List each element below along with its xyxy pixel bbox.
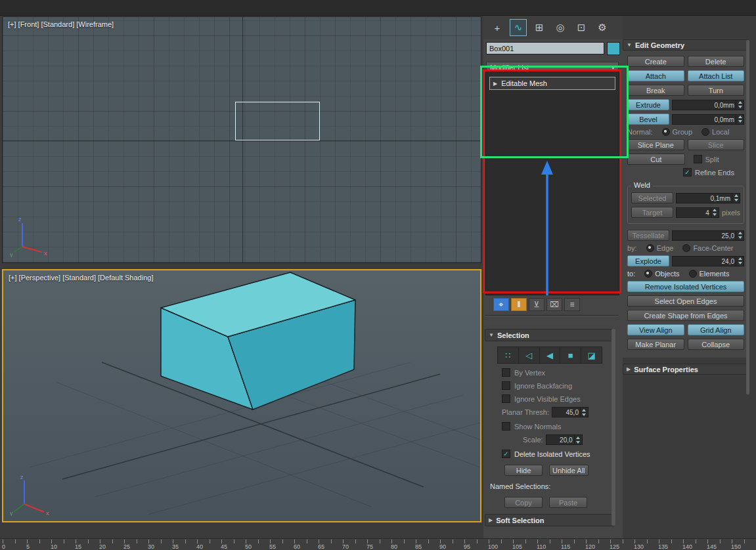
edge-mode-icon[interactable]: ◁	[519, 347, 540, 363]
polygon-mode-icon[interactable]: ■	[560, 347, 581, 363]
ignore-visible-edges-checkbox[interactable]	[502, 394, 510, 403]
extrude-spinner[interactable]: 0,0mm	[672, 100, 744, 110]
track-bar[interactable]: 0 5 10 15 20 25 30 35 40 45 50 55 60 65 …	[0, 538, 756, 550]
motion-tab-icon[interactable]: ◎	[552, 19, 569, 36]
spinner-up-icon[interactable]	[711, 208, 719, 213]
normal-local-radio[interactable]	[701, 128, 709, 136]
spinner-up-icon[interactable]	[736, 257, 744, 261]
object-color-swatch[interactable]	[607, 42, 620, 55]
spinner-down-icon[interactable]	[732, 198, 740, 203]
explode-spinner[interactable]: 24,0	[672, 256, 744, 266]
delete-button[interactable]: Delete	[688, 56, 745, 67]
create-button[interactable]: Create	[627, 56, 684, 67]
attach-button[interactable]: Attach	[627, 70, 684, 81]
by-edge-radio[interactable]	[646, 244, 654, 252]
create-shape-from-edges-button[interactable]: Create Shape from Edges	[627, 310, 744, 321]
delete-isolated-vertices-label: Delete Isolated Vertices	[514, 450, 590, 458]
edit-geometry-rollout-header[interactable]: ▼ Edit Geometry	[623, 39, 749, 51]
viewport-perspective-label[interactable]: [+] [Perspective] [Standard] [Default Sh…	[9, 274, 153, 282]
to-objects-radio[interactable]	[644, 270, 652, 278]
spinner-down-icon[interactable]	[711, 213, 719, 217]
slice-plane-button[interactable]: Slice Plane	[627, 139, 684, 150]
viewport-perspective[interactable]: [+] [Perspective] [Standard] [Default Sh…	[2, 269, 481, 522]
delete-isolated-vertices-checkbox[interactable]: ✓	[502, 450, 510, 458]
modify-tab-icon[interactable]: ∿	[510, 19, 527, 36]
refine-ends-checkbox[interactable]: ✓	[683, 168, 692, 177]
planar-thresh-spinner[interactable]: 45,0	[552, 407, 589, 417]
scale-spinner[interactable]: 20,0	[546, 434, 583, 445]
soft-selection-rollout-header[interactable]: ▶ Soft Selection	[485, 514, 615, 526]
spinner-up-icon[interactable]	[736, 100, 744, 105]
spinner-down-icon[interactable]	[736, 105, 744, 110]
scale-label: Scale:	[523, 436, 543, 444]
remove-isolated-vertices-button[interactable]: Remove Isolated Vertices	[627, 281, 744, 292]
remove-modifier-icon[interactable]: ⌧	[546, 298, 562, 311]
to-elements-radio[interactable]	[689, 270, 697, 278]
show-end-result-icon[interactable]: ‖	[511, 298, 527, 311]
utilities-tab-icon[interactable]: ⚙	[594, 19, 611, 36]
face-mode-icon[interactable]: ◀	[540, 347, 561, 363]
copy-button[interactable]: Copy	[504, 497, 543, 508]
viewport-front[interactable]: [+] [Front] [Standard] [Wireframe] z x y	[2, 16, 481, 263]
make-planar-button[interactable]: Make Planar	[627, 339, 684, 350]
weld-selected-spinner[interactable]: 0,1mm	[676, 193, 740, 203]
view-align-button[interactable]: View Align	[627, 324, 684, 335]
spinner-up-icon[interactable]	[575, 435, 582, 440]
spinner-down-icon[interactable]	[581, 412, 588, 417]
paste-button[interactable]: Paste	[549, 497, 587, 508]
timeline-frame-label: 105	[512, 543, 536, 550]
by-face-center-radio[interactable]	[682, 244, 690, 252]
element-mode-icon[interactable]: ◪	[581, 347, 602, 363]
grid-align-button[interactable]: Grid Align	[688, 324, 745, 335]
surface-properties-rollout-header[interactable]: ▶ Surface Properties	[623, 364, 749, 375]
pin-stack-icon[interactable]: ⌖	[493, 298, 509, 311]
spinner-up-icon[interactable]	[736, 115, 744, 119]
spinner-up-icon[interactable]	[581, 408, 588, 412]
split-checkbox[interactable]	[694, 155, 702, 163]
turn-button[interactable]: Turn	[688, 85, 745, 96]
collapse-button[interactable]: Collapse	[688, 339, 745, 350]
slice-button[interactable]: Slice	[688, 139, 745, 150]
attach-list-button[interactable]: Attach List	[688, 70, 745, 81]
vertex-mode-icon[interactable]: ∷	[498, 347, 519, 363]
break-button[interactable]: Break	[627, 85, 684, 96]
hierarchy-tab-icon[interactable]: ⊞	[531, 19, 548, 36]
unhide-all-button[interactable]: Unhide All	[549, 465, 589, 476]
spinner-down-icon[interactable]	[736, 236, 744, 240]
normal-group-radio[interactable]	[662, 128, 670, 136]
by-label: by:	[627, 244, 637, 252]
weld-target-spinner[interactable]: 4	[676, 207, 719, 218]
explode-button[interactable]: Explode	[627, 255, 669, 266]
object-name-input[interactable]	[486, 42, 604, 54]
spinner-down-icon[interactable]	[736, 261, 744, 266]
spinner-up-icon[interactable]	[736, 231, 744, 236]
viewport-front-label[interactable]: [+] [Front] [Standard] [Wireframe]	[8, 20, 114, 28]
tessellate-spinner[interactable]: 25,0	[672, 230, 744, 241]
by-vertex-checkbox[interactable]	[502, 368, 510, 377]
bevel-button[interactable]: Bevel	[627, 114, 669, 125]
spinner-up-icon[interactable]	[732, 194, 740, 198]
weld-selected-button[interactable]: Selected	[631, 192, 673, 203]
create-tab-icon[interactable]: +	[489, 19, 506, 36]
select-open-edges-button[interactable]: Select Open Edges	[627, 295, 744, 307]
selection-rollout: ▼ Selection ∷ ◁ ◀ ■ ◪ By Vertex Ignore B…	[485, 329, 615, 522]
show-normals-checkbox[interactable]	[502, 422, 510, 431]
by-vertex-label: By Vertex	[514, 369, 545, 377]
make-unique-icon[interactable]: ⊻	[529, 298, 545, 311]
rollout-scrollbar[interactable]	[611, 329, 615, 526]
bevel-spinner[interactable]: 0,0mm	[672, 114, 744, 125]
configure-modifier-sets-icon[interactable]: ≡	[564, 298, 580, 311]
box-wireframe-front-view[interactable]	[235, 102, 320, 140]
extrude-button[interactable]: Extrude	[627, 99, 669, 110]
edit-geometry-scrollbar[interactable]	[746, 40, 749, 394]
ignore-backfacing-checkbox[interactable]	[502, 381, 510, 390]
display-tab-icon[interactable]: ⊡	[573, 19, 590, 36]
cut-button[interactable]: Cut	[627, 154, 685, 165]
tessellate-button[interactable]: Tessellate	[627, 230, 669, 241]
weld-target-button[interactable]: Target	[631, 207, 673, 218]
selection-rollout-header[interactable]: ▼ Selection	[485, 329, 615, 341]
spinner-down-icon[interactable]	[575, 440, 582, 444]
timeline-frame-label: 90	[439, 543, 463, 550]
spinner-down-icon[interactable]	[736, 119, 744, 124]
hide-button[interactable]: Hide	[504, 465, 543, 476]
